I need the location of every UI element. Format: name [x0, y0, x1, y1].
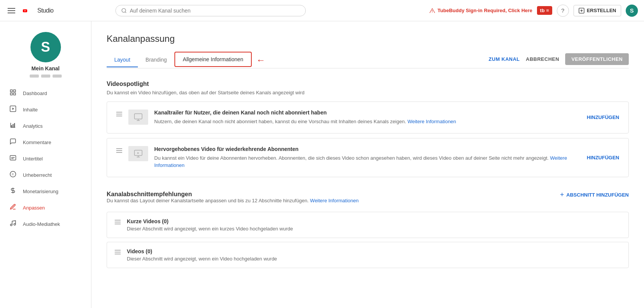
abschnitt-desc: Du kannst das Layout deiner Kanalstartse… [107, 198, 359, 203]
sidebar-nav: Dashboard Inhalte [0, 85, 91, 232]
sidebar-item-kommentare[interactable]: Kommentare [0, 134, 91, 151]
plus-icon [578, 8, 585, 14]
trailer-add-button[interactable]: HINZUFÜGEN [587, 114, 619, 120]
abbrechen-button[interactable]: ABBRECHEN [526, 56, 559, 62]
sidebar-item-anpassen[interactable]: Anpassen [0, 200, 91, 216]
featured-title: Hervorgehobenes Video für wiederkehrende… [154, 146, 581, 152]
tab-branding[interactable]: Branding [138, 53, 174, 67]
svg-rect-15 [11, 125, 12, 127]
svg-rect-16 [13, 124, 13, 127]
featured-add-button[interactable]: HINZUFÜGEN [587, 155, 619, 160]
add-section-button[interactable]: + ABSCHNITT HINZUFÜGEN [560, 191, 629, 199]
kanalabschnitte-section: Kanalabschnittempfehlungen Du kannst das… [107, 191, 629, 268]
sidebar-item-analytics[interactable]: Analytics [0, 118, 91, 134]
trailer-card: Kanaltrailer für Nutzer, die deinen Kana… [107, 102, 629, 133]
kurze-videos-body: Kurze Videos (0) Dieser Abschnitt wird a… [127, 218, 621, 232]
trailer-text: Nutzern, die deinen Kanal noch nicht abo… [154, 118, 581, 125]
audio-icon [9, 220, 17, 229]
page-title: Kanalanpassung [107, 33, 629, 44]
sidebar-item-label: Analytics [23, 123, 43, 129]
abschnitt-link[interactable]: Weitere Informationen [310, 198, 359, 203]
sidebar-item-label: Monetarisierung [23, 189, 58, 194]
videos-title: Videos (0) [127, 248, 621, 254]
tabs-actions: ZUM KANAL ABBRECHEN VERÖFFENTLICHEN [489, 53, 629, 67]
sidebar-item-inhalte[interactable]: Inhalte [0, 102, 91, 118]
urheberrecht-icon: © [9, 171, 17, 179]
svg-marker-12 [13, 108, 14, 110]
monetarisierung-icon [9, 187, 17, 196]
abschnitt-title: Kanalabschnittempfehlungen [107, 191, 359, 198]
logo: Studio [23, 6, 53, 15]
tab-arrow-indicator: ← [256, 55, 265, 65]
search-input[interactable] [130, 8, 300, 14]
user-avatar[interactable]: S [626, 5, 638, 17]
svg-point-25 [14, 224, 16, 225]
videospotlight-section: Videospotlight Du kannst ein Video hinzu… [107, 81, 629, 177]
svg-text:©: © [12, 173, 14, 176]
svg-rect-10 [14, 93, 16, 95]
sidebar-item-audio[interactable]: Audio-Mediathek [0, 216, 91, 232]
drag-handle[interactable] [116, 147, 122, 153]
tubebuddy-button[interactable]: tb ≡ [537, 6, 552, 15]
erstellen-label: ERSTELLEN [587, 8, 616, 13]
channel-avatar[interactable]: S [30, 32, 61, 62]
page-wrapper: S Mein Kanal Dashboard [0, 21, 644, 294]
sidebar-item-label: Untertitel [23, 156, 43, 162]
search-icon [121, 8, 127, 14]
channel-subscribers [30, 75, 62, 78]
header-right: TubeBuddy Sign-in Required, Click Here t… [429, 5, 638, 17]
tab-layout[interactable]: Layout [107, 53, 138, 67]
drag-handle[interactable] [115, 218, 121, 224]
channel-info: S Mein Kanal [0, 27, 91, 85]
sidebar-item-untertitel[interactable]: Untertitel [0, 151, 91, 167]
veroeffentlichen-button[interactable]: VERÖFFENTLICHEN [565, 53, 629, 65]
svg-point-2 [121, 8, 125, 12]
card-thumbnail [128, 110, 148, 125]
anpassen-icon [9, 203, 17, 212]
featured-video-card: Hervorgehobenes Video für wiederkehrende… [107, 138, 629, 177]
videos-body: Videos (0) Dieser Abschnitt wird angezei… [127, 248, 621, 262]
header: Studio TubeBuddy Sign-in Required, Click… [0, 0, 644, 21]
svg-rect-7 [10, 90, 12, 92]
plus-icon: + [560, 191, 564, 199]
warning-icon [429, 8, 435, 14]
search-bar [115, 5, 306, 16]
header-left: Studio [6, 6, 53, 15]
svg-point-24 [10, 224, 12, 226]
main-content: Kanalanpassung Layout Branding Allgemein… [91, 21, 644, 294]
inhalte-icon [9, 105, 17, 114]
zum-kanal-button[interactable]: ZUM KANAL [489, 56, 520, 62]
tubebuddy-label: TubeBuddy Sign-in Required, Click Here [438, 8, 532, 13]
drag-handle[interactable] [116, 110, 122, 116]
trailer-card-body: Kanaltrailer für Nutzer, die deinen Kana… [154, 110, 581, 125]
svg-rect-17 [14, 123, 15, 127]
abschnitt-titles: Kanalabschnittempfehlungen Du kannst das… [107, 191, 359, 210]
videospotlight-desc: Du kannst ein Video hinzufügen, das oben… [107, 90, 629, 95]
videospotlight-title: Videospotlight [107, 81, 629, 87]
sidebar-item-urheberrecht[interactable]: © Urheberrecht [0, 167, 91, 183]
sidebar-item-label: Dashboard [23, 90, 47, 96]
sidebar-item-label: Audio-Mediathek [23, 221, 60, 227]
svg-line-3 [125, 11, 126, 13]
dashboard-icon [9, 89, 17, 98]
sidebar-item-label: Kommentare [23, 140, 51, 145]
menu-button[interactable] [6, 6, 17, 15]
help-button[interactable]: ? [557, 5, 569, 17]
kurze-videos-desc: Dieser Abschnitt wird angezeigt, wenn ei… [127, 226, 621, 232]
trailer-title: Kanaltrailer für Nutzer, die deinen Kana… [154, 110, 581, 116]
sidebar: S Mein Kanal Dashboard [0, 21, 91, 294]
sidebar-item-label: Inhalte [23, 107, 38, 113]
logo-text: Studio [37, 7, 53, 14]
tubebuddy-banner[interactable]: TubeBuddy Sign-in Required, Click Here [429, 8, 532, 14]
drag-handle[interactable] [115, 248, 121, 254]
featured-text: Du kannst ein Video für deine Abonnenten… [154, 154, 581, 169]
erstellen-button[interactable]: ERSTELLEN [574, 5, 621, 16]
sidebar-item-label: Anpassen [23, 205, 45, 211]
sidebar-item-dashboard[interactable]: Dashboard [0, 85, 91, 102]
abschnitt-header: Kanalabschnittempfehlungen Du kannst das… [107, 191, 629, 210]
sidebar-item-label: Urheberrecht [23, 172, 52, 178]
tab-allgemeine[interactable]: Allgemeine Informationen [174, 52, 252, 67]
tabs-bar: Layout Branding Allgemeine Informationen… [107, 52, 629, 68]
trailer-link[interactable]: Weitere Informationen [407, 119, 456, 124]
sidebar-item-monetarisierung[interactable]: Monetarisierung [0, 183, 91, 200]
